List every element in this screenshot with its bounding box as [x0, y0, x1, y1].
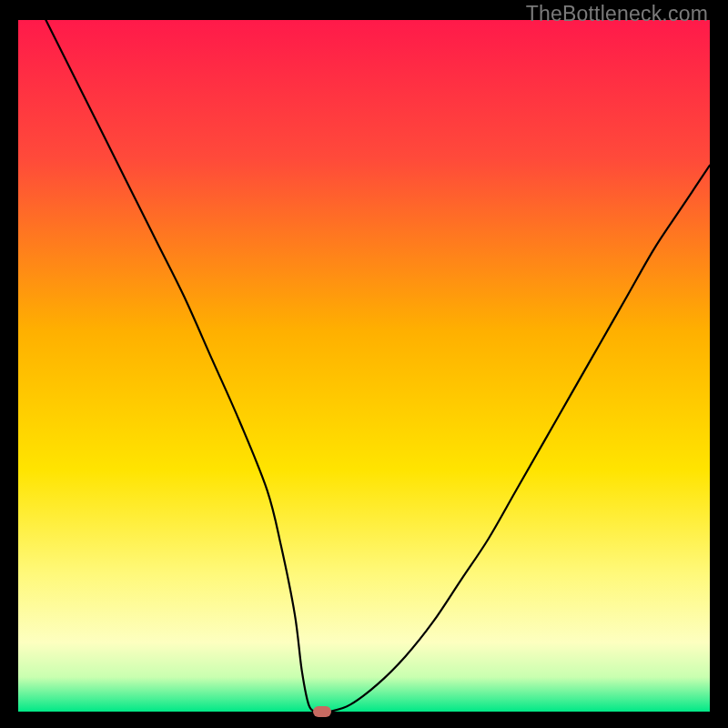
plot-area [18, 20, 710, 712]
chart-svg [18, 20, 710, 712]
watermark-label: TheBottleneck.com [526, 2, 708, 26]
optimum-marker [313, 706, 331, 717]
chart-frame: TheBottleneck.com [0, 0, 728, 728]
gradient-background [18, 20, 710, 712]
